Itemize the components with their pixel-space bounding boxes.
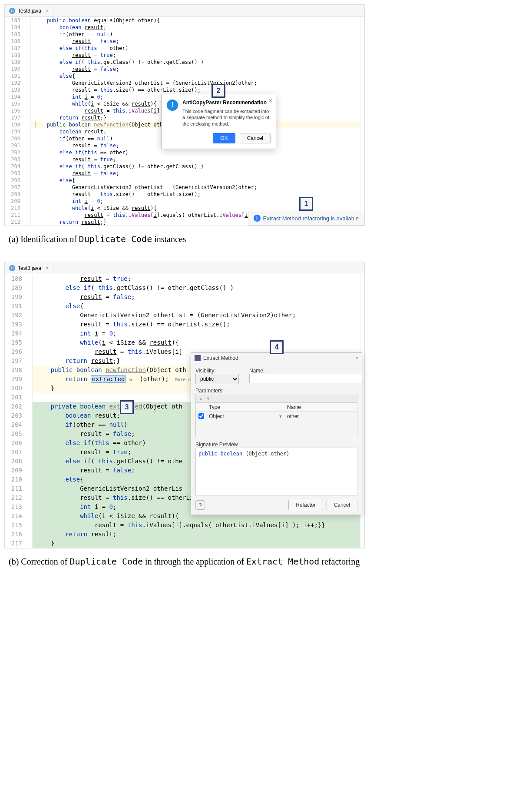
param-checkbox[interactable]: [198, 413, 204, 419]
callout-4: 4: [270, 340, 284, 354]
dialog-title: AntiCopyPaster Recommendation: [182, 100, 271, 106]
parameters-label: Parameters: [195, 388, 222, 394]
notification-text: Extract Method refactoring is available: [263, 215, 359, 222]
file-tab[interactable]: C Test3.java ×: [5, 5, 53, 17]
close-tab-icon[interactable]: ×: [46, 265, 49, 271]
parameters-table: Type Name Object ▾ other: [195, 402, 357, 437]
tab-bar: C Test3.java ×: [5, 5, 364, 17]
fold-column: [23, 17, 31, 226]
param-type[interactable]: Object ▾: [206, 412, 284, 422]
code-line[interactable]: boolean result;: [31, 24, 360, 31]
param-name[interactable]: other: [284, 412, 357, 422]
close-icon[interactable]: ×: [355, 355, 358, 361]
code-line[interactable]: result = this.size() == otherList.size()…: [31, 86, 360, 93]
code-line[interactable]: else if( this.getClass() != other.getCla…: [33, 283, 360, 292]
move-down-icon[interactable]: ▼: [206, 396, 211, 401]
code-line[interactable]: else{: [33, 302, 360, 311]
caption-b: (b) Correction of Duplicate Code in thro…: [9, 556, 365, 567]
code-line[interactable]: GenericListVersion2 otherList = (Generic…: [31, 184, 360, 191]
col-type-header: Type: [206, 403, 284, 412]
dialog-title: Extract Method: [203, 355, 238, 361]
dialog-titlebar: Extract Method ×: [191, 353, 362, 363]
code-line[interactable]: else if(this == other): [31, 45, 360, 52]
caption-a: (a) Identification of Duplicate Code ins…: [9, 234, 365, 244]
code-line[interactable]: else if(this == other): [31, 149, 360, 156]
java-file-icon: C: [9, 8, 15, 14]
info-icon: !: [167, 100, 178, 111]
code-line[interactable]: result = false;: [31, 38, 360, 45]
code-line[interactable]: result = true;: [31, 52, 360, 59]
code-line[interactable]: else{: [31, 177, 360, 184]
close-tab-icon[interactable]: ×: [46, 8, 49, 14]
code-line[interactable]: result = false;: [31, 170, 360, 177]
code-line[interactable]: int i = 0;: [33, 329, 360, 338]
code-line[interactable]: if(other == null): [31, 31, 360, 38]
fold-column: [25, 274, 33, 548]
move-up-icon[interactable]: ▲: [198, 396, 203, 401]
param-row[interactable]: Object ▾ other: [196, 412, 357, 422]
code-line[interactable]: GenericListVersion2 otherList = (Generic…: [31, 80, 360, 86]
extract-method-dialog: Extract Method × Visibility: public Name…: [191, 352, 362, 515]
close-icon[interactable]: ×: [269, 97, 272, 104]
code-line[interactable]: result = false;: [33, 292, 360, 302]
callout-3: 3: [120, 400, 134, 414]
file-tab[interactable]: C Test3.java ×: [5, 262, 53, 274]
notification-bar[interactable]: i Extract Method refactoring is availabl…: [248, 211, 364, 226]
visibility-select[interactable]: public: [195, 374, 239, 384]
info-icon: i: [254, 215, 261, 222]
param-toolbar: ▲ ▼: [195, 394, 357, 402]
tab-filename: Test3.java: [18, 8, 41, 14]
help-button[interactable]: ?: [195, 500, 205, 510]
code-line[interactable]: result = this.iValues[i].equals( otherLi…: [33, 521, 360, 530]
tab-bar: C Test3.java ×: [5, 262, 364, 274]
col-name-header: Name: [284, 403, 357, 412]
visibility-label: Visibility:: [195, 368, 215, 374]
callout-2: 2: [211, 84, 225, 98]
code-line[interactable]: }: [33, 539, 360, 548]
code-line[interactable]: else if( this.getClass() != other.getCla…: [31, 163, 360, 170]
callout-1: 1: [299, 197, 313, 211]
panel-a: C Test3.java × 1831841851861871881891901…: [4, 4, 365, 226]
name-label: Name:: [249, 368, 264, 374]
minimap-strip: [360, 17, 364, 226]
code-line[interactable]: while(i < iSize && result){: [33, 338, 360, 347]
cancel-button[interactable]: Cancel: [240, 133, 271, 143]
code-line[interactable]: GenericListVersion2 otherList = (Generic…: [33, 311, 360, 320]
code-line[interactable]: result = false;: [31, 66, 360, 73]
line-gutter: 1881891901911921931941951961971981992002…: [5, 274, 25, 548]
editor-b[interactable]: 1881891901911921931941951961971981992002…: [5, 274, 364, 548]
line-gutter: 1831841851861871881891901911921931941951…: [5, 17, 23, 226]
signature-label: Signature Preview: [195, 442, 238, 448]
code-line[interactable]: result = this.size() == otherList.size()…: [33, 320, 360, 329]
code-line[interactable]: result = true;: [31, 156, 360, 163]
recommendation-dialog: × ! AntiCopyPaster Recommendation This c…: [161, 94, 276, 149]
method-name-input[interactable]: [249, 374, 362, 383]
panel-b: C Test3.java × 1881891901911921931941951…: [4, 262, 365, 548]
cancel-button[interactable]: Cancel: [327, 500, 357, 510]
code-line[interactable]: else{: [31, 73, 360, 80]
dialog-body: This code fragment can be extracted into…: [182, 108, 271, 127]
java-file-icon: C: [9, 265, 15, 271]
ok-button[interactable]: OK: [213, 133, 235, 143]
code-line[interactable]: return result;: [33, 530, 360, 539]
code-line[interactable]: result = true;: [33, 274, 360, 283]
app-icon: [195, 355, 201, 361]
refactor-button[interactable]: Refactor: [288, 500, 323, 510]
code-line[interactable]: else if( this.getClass() != other.getCla…: [31, 59, 360, 66]
signature-preview: public boolean (Object other): [195, 448, 357, 495]
tab-filename: Test3.java: [18, 265, 41, 271]
code-line[interactable]: public boolean equals(Object other){: [31, 17, 360, 24]
